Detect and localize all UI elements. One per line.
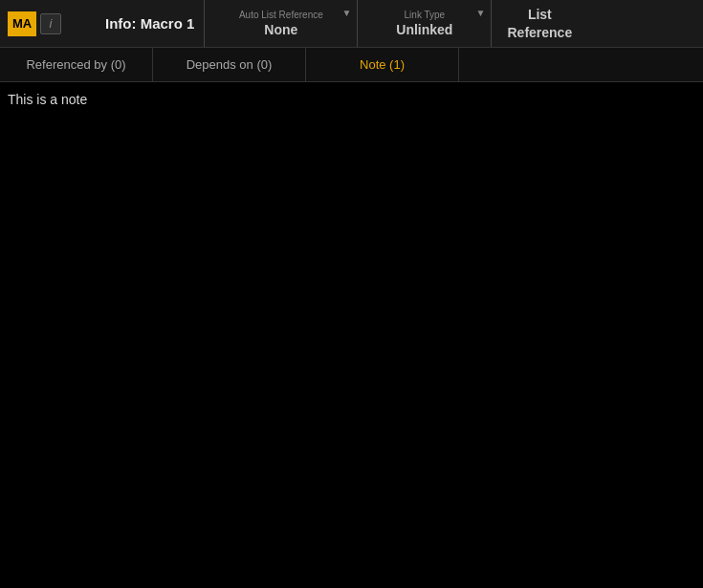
logo-icon: MA <box>8 11 36 36</box>
content-area: This is a note <box>0 82 703 588</box>
toolbar: MA i Info: Macro 1 Auto List Reference N… <box>0 0 703 48</box>
tab-note[interactable]: Note (1) <box>306 48 459 81</box>
logo-area: MA i <box>0 0 96 47</box>
chevron-down-icon: ▼ <box>341 8 351 18</box>
auto-list-reference-label: Auto List Reference <box>239 10 323 20</box>
link-type-value: Unlinked <box>396 22 452 37</box>
chevron-down-icon: ▼ <box>475 8 485 18</box>
auto-list-reference-value: None <box>264 22 297 37</box>
auto-list-reference-dropdown[interactable]: Auto List Reference None ▼ <box>205 0 358 47</box>
note-text: This is a note <box>8 90 695 110</box>
list-reference-button[interactable]: ListReference <box>492 0 587 47</box>
link-type-label: Link Type <box>405 10 446 20</box>
info-icon[interactable]: i <box>40 13 61 34</box>
link-type-dropdown[interactable]: Link Type Unlinked ▼ <box>358 0 492 47</box>
tab-depends-on[interactable]: Depends on (0) <box>153 48 306 81</box>
list-reference-label: ListReference <box>507 6 572 40</box>
tabs-row: Referenced by (0) Depends on (0) Note (1… <box>0 48 703 82</box>
tab-referenced-by[interactable]: Referenced by (0) <box>0 48 153 81</box>
window-title: Info: Macro 1 <box>96 0 204 47</box>
